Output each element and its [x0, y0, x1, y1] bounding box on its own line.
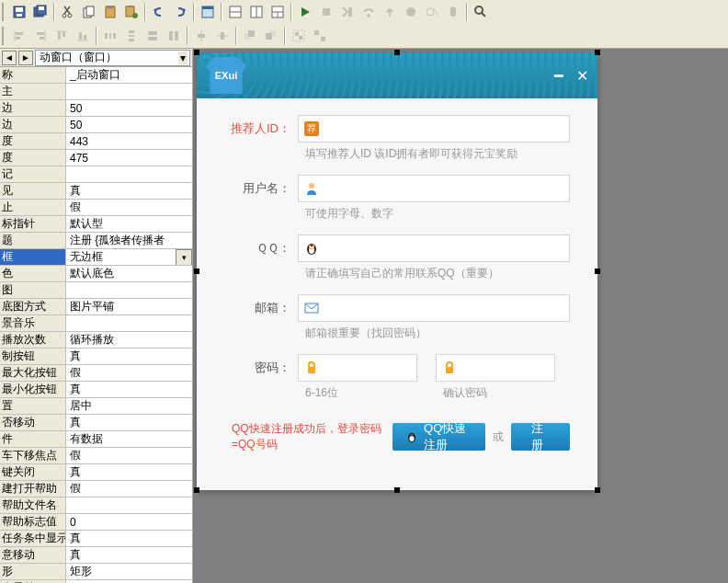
email-input[interactable]: [298, 294, 570, 322]
property-value[interactable]: [66, 166, 192, 182]
property-value[interactable]: 默认型: [66, 216, 192, 232]
same-h-icon[interactable]: [164, 26, 184, 46]
register-button[interactable]: 注册: [511, 423, 570, 451]
property-row[interactable]: 帮助标志值0: [0, 514, 192, 531]
property-row[interactable]: 色默认底色: [0, 266, 192, 282]
property-value[interactable]: 475: [66, 150, 192, 166]
qq-input[interactable]: [298, 234, 570, 262]
center-v-icon[interactable]: [212, 26, 233, 46]
property-value[interactable]: 50: [66, 100, 192, 116]
property-value[interactable]: 真: [66, 382, 192, 397]
property-row[interactable]: 键关闭真: [0, 464, 192, 481]
property-value[interactable]: 假: [66, 365, 192, 381]
property-value[interactable]: 0: [66, 514, 192, 530]
property-grid[interactable]: 称_启动窗口主边50边50度443度475记见真止假标指针默认型题注册 {孤独者…: [0, 67, 192, 583]
form-header[interactable]: EXui ━ ✕: [197, 52, 597, 98]
referrer-input[interactable]: 荐: [298, 115, 570, 143]
design-area[interactable]: EXui ━ ✕ 推荐人ID： 荐 填写推荐人ID 该ID拥有者即可获得元宝奖励: [193, 49, 728, 583]
layout3-icon[interactable]: [267, 2, 288, 22]
property-row[interactable]: 图: [0, 282, 192, 299]
property-value[interactable]: 真: [66, 464, 192, 480]
property-value[interactable]: 有数据: [66, 431, 192, 447]
property-row[interactable]: 否移动真: [0, 415, 192, 431]
property-value[interactable]: 443: [66, 133, 192, 149]
run-icon[interactable]: [295, 2, 315, 22]
property-row[interactable]: 最大化按钮假: [0, 365, 192, 382]
align-bottom-icon[interactable]: [73, 26, 93, 46]
property-row[interactable]: 制按钮真: [0, 349, 192, 365]
property-row[interactable]: 件有数据: [0, 431, 192, 448]
same-w-icon[interactable]: [142, 26, 163, 46]
property-value[interactable]: 真: [66, 415, 192, 430]
step-into-icon[interactable]: [337, 2, 358, 22]
bring-front-icon[interactable]: [240, 26, 260, 46]
form-designer-icon[interactable]: [198, 2, 218, 22]
property-row[interactable]: 记: [0, 166, 192, 183]
property-row[interactable]: 任务条中显示真: [0, 531, 192, 547]
find-icon[interactable]: [471, 2, 491, 22]
property-value[interactable]: 循环播放: [66, 332, 192, 348]
copy-icon[interactable]: [79, 2, 99, 22]
paste-icon[interactable]: [100, 2, 120, 22]
property-value[interactable]: 真: [66, 531, 192, 546]
selection-handle[interactable]: [194, 269, 199, 274]
property-row[interactable]: 播放次数循环播放: [0, 332, 192, 349]
align-left-icon[interactable]: [9, 26, 29, 46]
selection-handle[interactable]: [394, 50, 400, 55]
cut-icon[interactable]: [58, 2, 78, 22]
qq-quick-register-button[interactable]: QQ快速注册: [392, 423, 485, 451]
property-row[interactable]: 见真: [0, 183, 192, 200]
property-value[interactable]: [66, 497, 192, 513]
layout1-icon[interactable]: [225, 2, 245, 22]
property-value[interactable]: 居中: [66, 398, 192, 414]
property-value[interactable]: 注册 {孤独者传播者: [66, 233, 192, 248]
property-value[interactable]: 图片平铺: [66, 299, 192, 314]
step-out-icon[interactable]: [380, 2, 400, 22]
property-row[interactable]: 标指针默认型: [0, 216, 192, 233]
property-value[interactable]: _启动窗口: [66, 67, 192, 83]
property-row[interactable]: 最小化按钮真: [0, 382, 192, 398]
break-toggle-icon[interactable]: [401, 2, 421, 22]
username-input[interactable]: [298, 175, 570, 202]
property-value[interactable]: 假: [66, 200, 192, 215]
break-clear-icon[interactable]: [422, 2, 442, 22]
paste-special-icon[interactable]: [121, 2, 142, 22]
property-value[interactable]: 假: [66, 448, 192, 463]
prop-next-icon[interactable]: ►: [18, 51, 33, 65]
property-row[interactable]: 意移动真: [0, 547, 192, 564]
property-row[interactable]: 形矩形: [0, 564, 192, 580]
group-icon[interactable]: [289, 26, 309, 46]
property-row[interactable]: 景音乐: [0, 315, 192, 332]
property-row[interactable]: 主: [0, 84, 192, 100]
minimize-icon[interactable]: ━: [554, 67, 563, 85]
redo-icon[interactable]: [170, 2, 190, 22]
selection-handle[interactable]: [194, 50, 199, 55]
align-top-icon[interactable]: [51, 26, 72, 46]
ungroup-icon[interactable]: [310, 26, 330, 46]
property-row[interactable]: 底图方式图片平铺: [0, 299, 192, 315]
close-icon[interactable]: ✕: [576, 67, 588, 85]
property-row[interactable]: 车下移焦点假: [0, 448, 192, 464]
property-value[interactable]: [66, 84, 192, 99]
step-over-icon[interactable]: [358, 2, 379, 22]
property-value[interactable]: [66, 315, 192, 331]
selection-handle[interactable]: [394, 487, 400, 493]
prop-prev-icon[interactable]: ◄: [2, 51, 17, 65]
property-value[interactable]: 50: [66, 117, 192, 132]
property-selector[interactable]: 动窗口（窗口）: [35, 50, 190, 66]
saveall-icon[interactable]: [30, 2, 51, 22]
selection-handle[interactable]: [595, 269, 600, 274]
hand-icon[interactable]: [443, 2, 463, 22]
property-row[interactable]: 框无边框: [0, 249, 192, 266]
selection-handle[interactable]: [595, 487, 600, 493]
password-input[interactable]: [298, 354, 417, 382]
property-value[interactable]: 无边框: [66, 249, 192, 265]
stop-icon[interactable]: [316, 2, 336, 22]
undo-icon[interactable]: [149, 2, 169, 22]
property-row[interactable]: 称_启动窗口: [0, 67, 192, 84]
align-right-icon[interactable]: [30, 26, 51, 46]
dist-h-icon[interactable]: [100, 26, 120, 46]
layout2-icon[interactable]: [246, 2, 267, 22]
property-row[interactable]: 度443: [0, 133, 192, 150]
property-row[interactable]: 度475: [0, 150, 192, 166]
